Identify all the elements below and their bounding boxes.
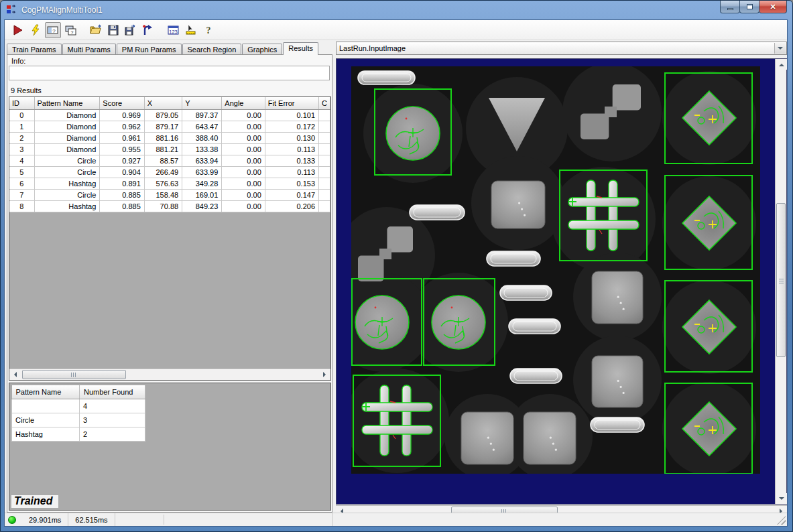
app-icon xyxy=(7,5,17,15)
svg-text:123: 123 xyxy=(169,28,178,34)
tab-multi-params[interactable]: Multi Params xyxy=(62,44,116,55)
tab-strip: Train ParamsMulti ParamsPM Run ParamsSea… xyxy=(7,42,319,55)
tab-graphics[interactable]: Graphics xyxy=(242,44,282,55)
pattern-row[interactable]: Diamond4 xyxy=(12,399,145,413)
result-row[interactable]: 6Hashtag0.891576.63349.280.000.153 xyxy=(9,178,330,189)
tab-search-region[interactable]: Search Region xyxy=(182,44,242,55)
float-window-icon: ? xyxy=(47,24,59,36)
float-window-button[interactable]: ? xyxy=(45,22,61,38)
column-header-y[interactable]: Y xyxy=(182,97,222,109)
tab-pm-run-params[interactable]: PM Run Params xyxy=(117,44,182,55)
numeric-display-button[interactable]: 123 xyxy=(166,22,182,38)
result-row[interactable]: 5Circle0.904266.49633.990.000.113 xyxy=(9,166,330,178)
svg-text:?: ? xyxy=(206,25,211,36)
column-header-pattern-name[interactable]: Pattern Name xyxy=(34,97,100,109)
tool-window-icon: ? xyxy=(64,24,76,36)
open-file-button[interactable] xyxy=(88,22,104,38)
result-row[interactable]: 0Diamond0.969879.05897.370.000.101 xyxy=(9,109,330,121)
save-icon xyxy=(107,24,119,36)
numeric-display-icon: 123 xyxy=(168,24,180,36)
result-row[interactable]: 8Hashtag0.88570.88849.230.000.206 xyxy=(9,200,330,212)
column-header-fit-error[interactable]: Fit Error xyxy=(265,97,318,109)
chevron-down-icon xyxy=(778,47,783,52)
reset-button[interactable] xyxy=(140,22,156,38)
tool-window-button[interactable]: ? xyxy=(62,22,78,38)
trained-status-label: Trained xyxy=(11,495,58,508)
minimize-button[interactable] xyxy=(720,1,740,13)
titlebar: CogPMAlignMultiTool1 ✕ xyxy=(1,1,792,19)
save-as-icon xyxy=(125,24,137,36)
result-row[interactable]: 2Diamond0.961881.16388.400.000.130 xyxy=(9,132,330,143)
combobox-dropdown-button[interactable] xyxy=(774,43,786,54)
column-header-number-found[interactable]: Number Found xyxy=(80,385,145,399)
pattern-row[interactable]: Hashtag2 xyxy=(12,427,145,441)
image-selector-value: LastRun.InputImage xyxy=(339,44,406,52)
run-time-label: 29.901ms xyxy=(22,513,68,526)
close-button[interactable]: ✕ xyxy=(759,1,787,13)
image-display[interactable] xyxy=(336,58,787,505)
save-as-button[interactable] xyxy=(123,22,139,38)
svg-text:?: ? xyxy=(71,29,74,34)
help-icon: ? xyxy=(202,24,215,36)
electric-run-button[interactable] xyxy=(27,22,44,38)
result-row[interactable]: 3Diamond0.955881.21133.380.000.113 xyxy=(9,143,330,155)
results-table: IDPattern NameScoreXYAngleFit ErrorC0Dia… xyxy=(9,97,330,212)
scroll-down-icon[interactable] xyxy=(776,493,787,504)
image-selector-combobox[interactable]: LastRun.InputImage xyxy=(336,42,787,55)
total-time-label: 62.515ms xyxy=(68,513,115,526)
results-count-label: 9 Results xyxy=(11,86,42,94)
info-label: Info: xyxy=(11,57,25,65)
save-button[interactable] xyxy=(105,22,121,38)
scroll-up-icon[interactable] xyxy=(776,59,787,70)
result-row[interactable]: 4Circle0.92788.57633.940.000.133 xyxy=(9,155,330,166)
pixel-measure-icon xyxy=(185,24,197,36)
close-icon: ✕ xyxy=(770,3,776,11)
result-row[interactable]: 7Circle0.885158.48169.010.000.147 xyxy=(9,189,330,200)
pattern-row[interactable]: Circle3 xyxy=(12,413,145,427)
column-header-score[interactable]: Score xyxy=(100,97,144,109)
maximize-icon xyxy=(747,4,753,9)
maximize-button[interactable] xyxy=(739,1,759,13)
tab-results[interactable]: Results xyxy=(283,42,318,55)
hscroll-thumb[interactable] xyxy=(22,370,126,379)
column-header-pattern-name[interactable]: Pattern Name xyxy=(12,385,80,399)
scroll-right-icon[interactable] xyxy=(319,369,330,380)
results-grid: IDPattern NameScoreXYAngleFit ErrorC0Dia… xyxy=(9,96,331,381)
result-row[interactable]: 1Diamond0.962879.17643.470.000.172 xyxy=(9,121,330,132)
window-title: CogPMAlignMultiTool1 xyxy=(21,5,103,15)
display-vscrollbar[interactable] xyxy=(775,59,786,504)
run-button[interactable] xyxy=(10,22,26,38)
toolbar: ??123? xyxy=(5,20,787,40)
open-file-icon xyxy=(90,24,102,36)
pattern-count-panel: Pattern NameNumber FoundDiamond4Circle3H… xyxy=(9,383,331,511)
resize-grip[interactable] xyxy=(777,516,786,525)
results-grid-hscrollbar[interactable] xyxy=(9,369,330,380)
column-header-angle[interactable]: Angle xyxy=(222,97,265,109)
electric-run-icon xyxy=(29,24,42,36)
status-bar: 29.901ms 62.515ms xyxy=(5,513,787,526)
run-icon xyxy=(12,24,24,36)
column-header-id[interactable]: ID xyxy=(9,97,34,109)
results-tab-page: Info: 9 Results IDPattern NameScoreXYAng… xyxy=(7,54,332,513)
run-status-icon xyxy=(8,516,16,524)
column-header-c[interactable]: C xyxy=(319,97,330,109)
input-image-scene xyxy=(351,66,760,474)
reset-icon xyxy=(142,24,154,36)
pattern-count-table: Pattern NameNumber FoundDiamond4Circle3H… xyxy=(11,385,145,442)
info-input[interactable] xyxy=(9,66,330,80)
tab-train-params[interactable]: Train Params xyxy=(7,44,62,55)
minimize-icon xyxy=(727,8,733,10)
tool-editor-window: CogPMAlignMultiTool1 ✕ ??123? Train Para… xyxy=(0,0,793,532)
window-content: ??123? Train ParamsMulti ParamsPM Run Pa… xyxy=(4,19,788,527)
scroll-left-icon[interactable] xyxy=(9,369,21,380)
help-button[interactable]: ? xyxy=(200,22,217,38)
pixel-measure-button[interactable] xyxy=(183,22,199,38)
svg-text:?: ? xyxy=(52,27,56,34)
column-header-x[interactable]: X xyxy=(144,97,182,109)
vscroll-thumb[interactable] xyxy=(776,203,786,357)
